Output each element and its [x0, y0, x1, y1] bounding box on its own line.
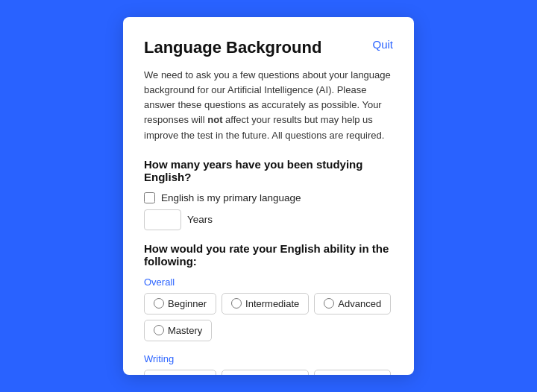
writing-label: Writing	[144, 353, 393, 364]
overall-advanced-label: Advanced	[338, 298, 381, 309]
overall-beginner[interactable]: Beginner	[144, 293, 216, 314]
overall-advanced[interactable]: Advanced	[314, 293, 391, 314]
writing-advanced[interactable]: Advanced	[314, 370, 391, 375]
overall-intermediate-radio[interactable]	[231, 298, 242, 309]
years-label: Years	[187, 214, 213, 225]
language-background-card: Language Background Quit We need to ask …	[123, 17, 414, 375]
card-header: Language Background Quit	[144, 38, 393, 57]
card-title: Language Background	[144, 38, 321, 57]
ability-section: How would you rate your English ability …	[144, 242, 393, 375]
primary-language-checkbox[interactable]	[144, 192, 155, 203]
overall-intermediate-label: Intermediate	[245, 298, 299, 309]
primary-language-row: English is my primary language	[144, 192, 393, 203]
overall-beginner-radio[interactable]	[154, 298, 164, 309]
primary-language-label[interactable]: English is my primary language	[161, 192, 301, 203]
overall-options: Beginner Intermediate Advanced Mastery	[144, 293, 393, 341]
years-input-row: Years	[144, 209, 393, 230]
page-background: Language Background Quit We need to ask …	[0, 0, 537, 392]
overall-intermediate[interactable]: Intermediate	[222, 293, 309, 314]
overall-subsection: Overall Beginner Intermediate Advanced	[144, 276, 393, 341]
writing-beginner[interactable]: Beginner	[144, 370, 216, 375]
writing-options: Beginner Intermediate Advanced Mastery	[144, 370, 393, 375]
years-section: How many years have you been studying En…	[144, 158, 393, 230]
overall-beginner-label: Beginner	[168, 298, 207, 309]
years-input[interactable]	[144, 209, 181, 230]
years-question: How many years have you been studying En…	[144, 158, 393, 183]
writing-intermediate[interactable]: Intermediate	[222, 370, 309, 375]
ability-question: How would you rate your English ability …	[144, 242, 393, 268]
overall-mastery[interactable]: Mastery	[144, 320, 212, 341]
card-description: We need to ask you a few questions about…	[144, 68, 393, 143]
quit-button[interactable]: Quit	[372, 38, 393, 51]
overall-label: Overall	[144, 276, 393, 288]
description-bold: not	[207, 114, 222, 125]
overall-mastery-radio[interactable]	[154, 325, 164, 335]
overall-advanced-radio[interactable]	[324, 298, 334, 309]
writing-subsection: Writing Beginner Intermediate Advanced	[144, 353, 393, 375]
overall-mastery-label: Mastery	[168, 325, 202, 336]
